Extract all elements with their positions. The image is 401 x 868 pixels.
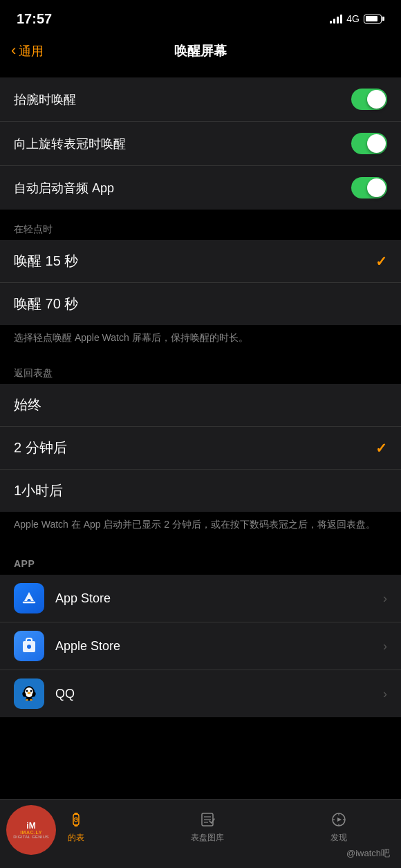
- svg-marker-23: [337, 818, 342, 822]
- option-1hour[interactable]: 1小时后: [0, 470, 401, 512]
- svg-point-10: [26, 699, 28, 701]
- wake-15-label: 唤醒 15 秒: [14, 252, 78, 270]
- wake-15-check: ✓: [375, 253, 387, 270]
- tab-label-discover: 发现: [330, 832, 347, 844]
- tab-label-watchface: 表盘图库: [191, 832, 224, 844]
- wake-70-label: 唤醒 70 秒: [14, 295, 78, 313]
- 2min-check: ✓: [375, 440, 387, 456]
- tab-item-watch-face[interactable]: 表盘图库: [191, 810, 224, 844]
- toggle-audio-app-switch[interactable]: [351, 177, 387, 198]
- toggle-audio-app-label: 自动启动音频 App: [14, 180, 114, 196]
- toggle-knob: [367, 178, 386, 197]
- watch-tab-icon: [66, 810, 86, 829]
- status-time: 17:57: [17, 11, 52, 27]
- tab-bar: iM IMAC.LY DIGITAL GENIUS 的表: [0, 799, 401, 868]
- im-logo: iM IMAC.LY DIGITAL GENIUS: [0, 799, 62, 861]
- toggle-raise-wrist-switch[interactable]: [351, 89, 387, 110]
- return-section-header: 返回表盘: [0, 360, 401, 384]
- status-icons: 4G: [330, 13, 384, 24]
- tab-label-watch: 的表: [68, 832, 84, 844]
- tap-section-description: 选择轻点唤醒 Apple Watch 屏幕后，保持唤醒的时长。: [0, 325, 401, 353]
- chevron-icon: ›: [383, 639, 387, 654]
- svg-point-11: [30, 699, 32, 701]
- toggle-knob: [367, 90, 386, 109]
- signal-text: 4G: [346, 13, 360, 24]
- toggle-raise-wrist-label: 抬腕时唤醒: [14, 91, 76, 108]
- watermark: @iwatch吧: [346, 847, 390, 860]
- toggle-rotate-crown-switch[interactable]: [351, 133, 387, 154]
- app-section: APP App Store › Apple Store ›: [0, 547, 401, 717]
- battery-icon: [364, 15, 384, 24]
- app-row-qq[interactable]: QQ ›: [0, 670, 401, 717]
- nav-bar: ‹ 通用 唤醒屏幕: [0, 35, 401, 71]
- app-row-applestore[interactable]: Apple Store ›: [0, 622, 401, 670]
- chevron-icon: ›: [383, 687, 387, 701]
- option-wake-70[interactable]: 唤醒 70 秒: [0, 283, 401, 325]
- app-icon-appstore: [14, 583, 44, 613]
- toggle-section: 抬腕时唤醒 向上旋转表冠时唤醒 自动启动音频 App: [0, 77, 401, 210]
- always-label: 始终: [14, 396, 41, 414]
- tap-section-header: 在轻点时: [0, 216, 401, 240]
- tap-section: 在轻点时 唤醒 15 秒 ✓ 唤醒 70 秒 选择轻点唤醒 Apple Watc…: [0, 216, 401, 353]
- option-wake-15[interactable]: 唤醒 15 秒 ✓: [0, 240, 401, 283]
- signal-bars-icon: [330, 14, 342, 24]
- toggle-row-audio-app[interactable]: 自动启动音频 App: [0, 166, 401, 210]
- toggle-knob: [367, 134, 386, 153]
- page-title: 唤醒屏幕: [174, 42, 227, 60]
- tab-item-watch[interactable]: 的表: [66, 810, 86, 844]
- back-button[interactable]: ‹ 通用: [11, 43, 44, 59]
- back-arrow-icon: ‹: [11, 41, 16, 59]
- app-icon-applestore: [14, 631, 44, 661]
- svg-rect-13: [75, 813, 78, 815]
- watchface-tab-icon: [198, 810, 217, 829]
- return-section-description: Apple Watch 在 App 启动并已显示 2 分钟后，或在按下数码表冠之…: [0, 512, 401, 540]
- app-name-qq: QQ: [55, 687, 383, 701]
- svg-rect-14: [75, 824, 78, 827]
- app-name-appstore: App Store: [55, 591, 383, 606]
- svg-point-1: [27, 645, 31, 649]
- svg-point-4: [26, 690, 28, 692]
- app-icon-qq: [14, 678, 44, 709]
- svg-point-5: [30, 690, 32, 692]
- return-section: 返回表盘 始终 2 分钟后 ✓ 1小时后 Apple Watch 在 App 启…: [0, 360, 401, 540]
- chevron-icon: ›: [383, 591, 387, 606]
- svg-point-6: [28, 692, 31, 694]
- tab-item-discover[interactable]: 发现: [329, 810, 348, 844]
- option-2min[interactable]: 2 分钟后 ✓: [0, 427, 401, 470]
- status-bar: 17:57 4G: [0, 0, 401, 35]
- toggle-row-raise-wrist[interactable]: 抬腕时唤醒: [0, 77, 401, 122]
- app-row-appstore[interactable]: App Store ›: [0, 575, 401, 622]
- 1hour-label: 1小时后: [14, 481, 63, 500]
- discover-tab-icon: [329, 810, 348, 829]
- app-section-header: APP: [0, 547, 401, 575]
- option-always[interactable]: 始终: [0, 384, 401, 427]
- toggle-row-rotate-crown[interactable]: 向上旋转表冠时唤醒: [0, 122, 401, 166]
- app-name-applestore: Apple Store: [55, 639, 383, 654]
- back-label: 通用: [19, 43, 44, 59]
- toggle-rotate-crown-label: 向上旋转表冠时唤醒: [14, 136, 126, 152]
- 2min-label: 2 分钟后: [14, 438, 67, 457]
